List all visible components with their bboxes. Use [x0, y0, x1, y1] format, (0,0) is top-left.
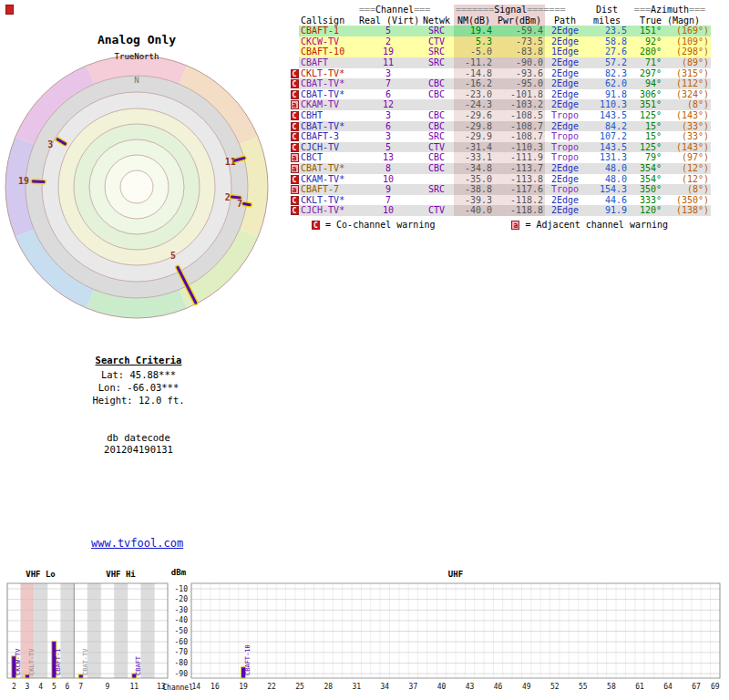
- channel-tick-label: 5: [52, 683, 56, 691]
- network-cell: [419, 99, 454, 110]
- azimuth-magn-cell: (12°): [663, 163, 711, 174]
- dbm-tick-label: -60: [175, 638, 189, 646]
- spectrum-chart: -10-20-30-40-50-60-70-80-90CKCW-TVCKLT-T…: [0, 567, 729, 700]
- callsign-cell: CBAFT: [299, 57, 357, 68]
- warning-cell: [290, 57, 299, 68]
- callsign-cell: CBAFT-10: [299, 46, 357, 57]
- station-row: CCBAFT-33SRC-29.9-108.7Tropo107.215°(33°…: [290, 131, 711, 142]
- pwr-cell: -103.2: [494, 99, 545, 110]
- channel-tick-label: 11: [129, 683, 139, 691]
- dbm-tick-label: -20: [175, 595, 189, 603]
- miles-cell: 131.3: [585, 152, 629, 163]
- co-channel-badge: C: [312, 221, 320, 230]
- azimuth-magn-cell: (109°): [663, 36, 711, 47]
- azimuth-true-cell: 306°: [629, 89, 663, 100]
- pwr-cell: -95.0: [494, 78, 545, 89]
- warning-badge: a: [291, 185, 299, 194]
- radar-panel: Analog Only TrueNorth N31911275: [4, 33, 270, 320]
- nm-cell: -24.3: [454, 99, 494, 110]
- azimuth-true-cell: 71°: [629, 57, 663, 68]
- nm-cell: 5.3: [454, 36, 494, 47]
- azimuth-magn-cell: (12°): [663, 174, 711, 185]
- network-cell: SRC: [419, 184, 454, 195]
- warning-cell: C: [290, 110, 299, 121]
- vhf-hi-label: VHF Hi: [74, 570, 168, 579]
- stations-table: ===Channel=== =======Signal======= Dist …: [290, 5, 711, 216]
- warning-cell: C: [290, 195, 299, 206]
- column-header-callsign: Callsign: [299, 15, 357, 26]
- dbm-tick-label: -70: [175, 648, 189, 656]
- miles-cell: 57.2: [585, 57, 629, 68]
- miles-cell: 154.3: [585, 184, 629, 195]
- station-table-panel: ===Channel=== =======Signal======= Dist …: [290, 5, 727, 230]
- path-cell: 2Edge: [545, 68, 585, 79]
- channel-tick-label: 49: [522, 683, 531, 691]
- channel-tick-label: 4: [38, 683, 43, 691]
- channel-tick-label: 61: [635, 683, 644, 691]
- miles-cell: 44.6: [585, 195, 629, 206]
- path-cell: 2Edge: [545, 57, 585, 68]
- azimuth-magn-cell: (8°): [663, 184, 711, 195]
- warning-cell: C: [290, 131, 299, 142]
- network-cell: SRC: [419, 46, 454, 57]
- azimuth-true-cell: 333°: [629, 195, 663, 206]
- pwr-cell: -113.8: [494, 174, 545, 185]
- tvfool-link[interactable]: www.tvfool.com: [91, 537, 183, 550]
- group-azimuth: ===Azimuth===: [629, 5, 711, 15]
- height-value: Height: 12.0 ft.: [47, 394, 230, 407]
- path-cell: 1Edge: [545, 46, 585, 57]
- path-cell: Tropo: [545, 131, 585, 142]
- station-marker-label: 19: [18, 176, 29, 186]
- azimuth-magn-cell: (169°): [663, 26, 711, 36]
- warning-cell: C: [290, 78, 299, 89]
- dbm-tick-label: -80: [175, 659, 189, 667]
- network-cell: CBC: [419, 89, 454, 100]
- network-cell: [419, 68, 454, 79]
- azimuth-magn-cell: (143°): [663, 110, 711, 121]
- column-header-channel: Real (Virt): [357, 15, 419, 26]
- channel-cell: 12: [357, 99, 419, 110]
- channel-tick-label: 3: [26, 683, 30, 691]
- nm-cell: -38.8: [454, 184, 494, 195]
- vhf-lo-label: VHF Lo: [7, 570, 74, 579]
- channel-cell: 6: [357, 121, 419, 132]
- nm-cell: -29.8: [454, 121, 494, 132]
- pwr-cell: -59.4: [494, 26, 545, 36]
- channel-tick-label: 2: [12, 683, 16, 691]
- path-cell: 2Edge: [545, 36, 585, 47]
- channel-tick-label: 19: [239, 683, 248, 691]
- channel-tick-label: 31: [352, 683, 361, 691]
- warning-cell: C: [290, 89, 299, 100]
- warning-cell: a: [290, 152, 299, 163]
- channel-axis-label: Channel: [153, 684, 193, 692]
- station-bar-label: CBAFT: [135, 655, 142, 675]
- warning-badge: C: [291, 90, 299, 99]
- station-marker-label: 11: [225, 157, 236, 167]
- station-row: CCBHT3CBC-29.6-108.5Tropo143.5125°(143°): [290, 110, 711, 121]
- path-cell: 2Edge: [545, 26, 585, 36]
- station-marker: [241, 201, 252, 207]
- channel-tick-label: 55: [579, 683, 588, 691]
- network-cell: CBC: [419, 152, 454, 163]
- dbm-tick-label: -10: [175, 585, 189, 593]
- path-cell: Tropo: [545, 142, 585, 153]
- longitude-value: Lon: -66.03***: [47, 381, 230, 394]
- azimuth-magn-cell: (324°): [663, 89, 711, 100]
- warning-cell: C: [290, 142, 299, 153]
- warning-cell: C: [290, 68, 299, 79]
- channel-tick-label: 16: [210, 683, 220, 691]
- pwr-cell: -113.7: [494, 163, 545, 174]
- channel-cell: 8: [357, 163, 419, 174]
- channel-tick-label: 37: [409, 683, 418, 691]
- azimuth-true-cell: 125°: [629, 142, 663, 153]
- path-cell: 2Edge: [545, 99, 585, 110]
- azimuth-magn-cell: (33°): [663, 131, 711, 142]
- pwr-cell: -108.7: [494, 131, 545, 142]
- pwr-cell: -83.8: [494, 46, 545, 57]
- warning-cell: C: [290, 174, 299, 185]
- network-cell: CBC: [419, 121, 454, 132]
- miles-cell: 91.8: [585, 89, 629, 100]
- network-cell: CTV: [419, 142, 454, 153]
- azimuth-magn-cell: (33°): [663, 121, 711, 132]
- miles-cell: 82.3: [585, 68, 629, 79]
